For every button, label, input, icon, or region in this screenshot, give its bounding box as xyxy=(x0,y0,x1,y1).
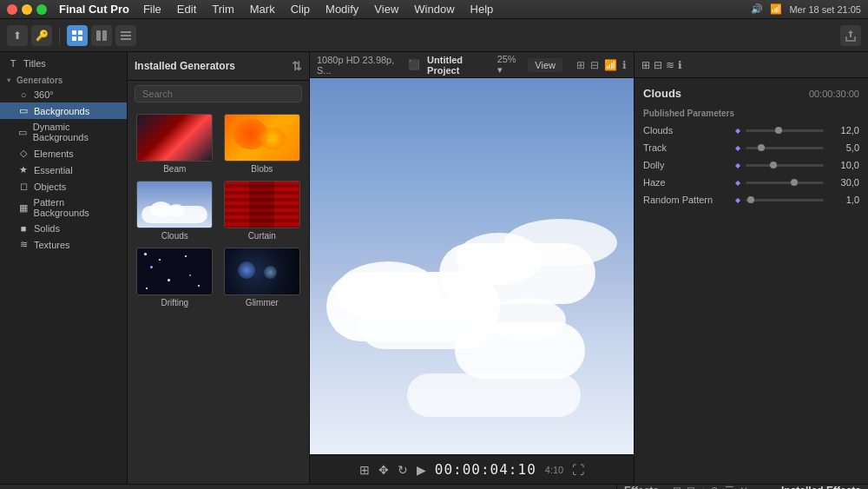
split-icon[interactable]: ⊟ xyxy=(590,59,599,71)
param-row-clouds: Clouds ◆ 12,0 xyxy=(643,125,859,135)
sidebar-item-backgrounds[interactable]: ▭ Backgrounds xyxy=(0,102,127,119)
diamond-icon-track[interactable]: ◆ xyxy=(735,144,740,152)
sidebar-item-objects[interactable]: ◻ Objects xyxy=(0,178,127,195)
diamond-icon-dolly[interactable]: ◆ xyxy=(735,162,740,169)
effects-topbar: Effects ⊞ ⊟ ♪ ⟳ ☰ ✕ Installed Effects xyxy=(617,485,868,489)
sidebar-titles-label: Titles xyxy=(23,58,46,69)
menu-view[interactable]: View xyxy=(369,3,404,16)
system-icons: 🔊 📶 Mer 18 set 21:05 xyxy=(751,3,861,15)
inspector-icon-2[interactable]: ⊟ xyxy=(654,59,662,71)
compare-icon[interactable]: ⊞ xyxy=(576,59,585,71)
slider-dolly[interactable] xyxy=(746,164,824,167)
inspector-icon-1[interactable]: ⊞ xyxy=(641,59,650,71)
preview-area: 1080p HD 23.98p, S... ⬛ Untitled Project… xyxy=(310,52,634,484)
param-name-dolly: Dolly xyxy=(643,160,730,170)
close-button[interactable] xyxy=(7,4,17,15)
maximize-button[interactable] xyxy=(36,4,47,15)
menu-bar: Final Cut Pro File Edit Trim Mark Clip M… xyxy=(0,0,868,19)
diamond-icon-clouds[interactable]: ◆ xyxy=(735,127,740,135)
rotate-icon[interactable]: ↻ xyxy=(398,463,408,477)
dynamic-backgrounds-label: Dynamic Backgrounds xyxy=(33,122,120,142)
diamond-icon-random[interactable]: ◆ xyxy=(735,196,740,204)
effects-icon-5[interactable]: ☰ xyxy=(725,485,734,489)
svg-rect-5 xyxy=(102,30,107,41)
toolbar: ⬆ 🔑 xyxy=(0,19,868,52)
view-button[interactable]: View xyxy=(528,58,562,72)
wifi-icon[interactable]: 📶 xyxy=(604,59,617,71)
menu-file[interactable]: File xyxy=(138,3,167,16)
fullscreen-button[interactable]: ⛶ xyxy=(572,463,584,477)
menu-window[interactable]: Window xyxy=(409,3,459,16)
generators-panel: Installed Generators ⇅ Beam Blobs xyxy=(128,52,310,484)
inspector-icon-3[interactable]: ≋ xyxy=(666,59,674,71)
generator-curtain[interactable]: Curtain xyxy=(222,181,303,241)
diamond-icon-haze[interactable]: ◆ xyxy=(735,179,740,187)
toolbar-share[interactable] xyxy=(840,25,861,46)
menu-clip[interactable]: Clip xyxy=(286,3,315,16)
slider-track[interactable] xyxy=(746,147,824,149)
view-mode-icon[interactable]: ⊞ xyxy=(359,463,370,477)
sidebar-item-360[interactable]: ○ 360° xyxy=(0,87,127,102)
generators-search-container xyxy=(128,81,309,107)
sidebar-item-pattern-backgrounds[interactable]: ▦ Pattern Backgrounds xyxy=(0,195,127,221)
svg-rect-3 xyxy=(78,36,82,41)
inspector-content: Clouds 00:00:30:00 Published Parameters … xyxy=(635,78,868,484)
sidebar-generators-label: Generators xyxy=(16,76,62,85)
generator-glimmer[interactable]: Glimmer xyxy=(222,248,303,307)
generators-title: Installed Generators xyxy=(135,60,235,72)
menu-modify[interactable]: Modify xyxy=(320,3,364,16)
generator-blobs[interactable]: Blobs xyxy=(222,114,303,174)
backgrounds-icon: ▭ xyxy=(17,105,30,116)
svg-rect-6 xyxy=(121,31,131,33)
sidebar-item-titles[interactable]: T Titles xyxy=(0,56,127,71)
slider-clouds[interactable] xyxy=(746,129,824,132)
param-name-track: Track xyxy=(643,142,730,153)
toolbar-list[interactable] xyxy=(115,25,136,46)
generators-sort-icon[interactable]: ⇅ xyxy=(292,59,302,73)
sidebar-item-solids[interactable]: ■ Solids xyxy=(0,221,127,236)
transform-icon[interactable]: ✥ xyxy=(378,463,389,477)
slider-random-pattern[interactable] xyxy=(746,199,824,202)
minimize-button[interactable] xyxy=(22,4,32,15)
effects-icon-1[interactable]: ⊞ xyxy=(673,485,681,489)
generator-clouds[interactable]: Clouds xyxy=(135,181,215,241)
slider-haze[interactable] xyxy=(746,182,824,184)
sidebar-item-dynamic-backgrounds[interactable]: ▭ Dynamic Backgrounds xyxy=(0,119,127,145)
toolbar-library[interactable] xyxy=(67,25,88,46)
resolution-info: 1080p HD 23.98p, S... xyxy=(317,55,401,76)
svg-rect-4 xyxy=(96,30,101,41)
inspector-icon-4[interactable]: ℹ xyxy=(678,59,682,71)
sidebar-generators-header[interactable]: ▾ Generators xyxy=(0,71,127,87)
clock: Mer 18 set 21:05 xyxy=(789,4,861,15)
toolbar-grid[interactable] xyxy=(91,25,112,46)
published-params-label: Published Parameters xyxy=(643,109,859,118)
menu-edit[interactable]: Edit xyxy=(172,3,201,16)
effects-icons: ⊞ ⊟ ♪ ⟳ ☰ ✕ xyxy=(673,485,748,489)
info-icon[interactable]: ℹ xyxy=(622,59,627,71)
generator-beam[interactable]: Beam xyxy=(135,114,215,174)
sidebar-item-essential[interactable]: ★ Essential xyxy=(0,162,127,178)
generator-drifting[interactable]: Drifting xyxy=(135,248,215,307)
effects-icon-2[interactable]: ⊟ xyxy=(687,485,695,489)
effects-icon-6[interactable]: ✕ xyxy=(740,485,748,489)
menu-help[interactable]: Help xyxy=(465,3,499,16)
sidebar-item-textures[interactable]: ≋ Textures xyxy=(0,236,127,253)
zoom-level[interactable]: 25% ▾ xyxy=(497,54,522,76)
param-name-haze: Haze xyxy=(643,177,730,188)
sidebar-item-elements[interactable]: ◇ Elements xyxy=(0,145,127,162)
toolbar-upload[interactable]: ⬆ xyxy=(7,25,28,46)
toolbar-key[interactable]: 🔑 xyxy=(31,25,52,46)
param-value-track: 5,0 xyxy=(829,142,859,153)
effects-icon-4[interactable]: ⟳ xyxy=(711,485,720,489)
clouds-background xyxy=(310,78,634,454)
play-button[interactable]: ▶ xyxy=(417,463,426,477)
menu-mark[interactable]: Mark xyxy=(245,3,280,16)
inspector-topbar: ⊞ ⊟ ≋ ℹ xyxy=(635,52,868,78)
video-preview xyxy=(310,78,634,454)
effects-icon-3[interactable]: ♪ xyxy=(700,485,706,489)
window-controls[interactable] xyxy=(7,4,47,15)
generators-search-input[interactable] xyxy=(135,85,302,102)
menu-trim[interactable]: Trim xyxy=(207,3,240,16)
param-row-haze: Haze ◆ 30,0 xyxy=(643,177,859,188)
dynamic-bg-icon: ▭ xyxy=(17,127,29,138)
